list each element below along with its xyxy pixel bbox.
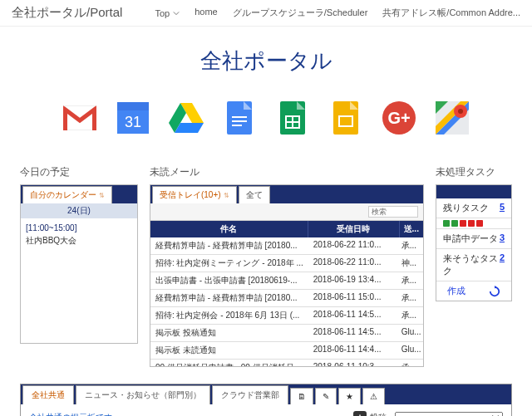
mail-row[interactable]: 掲示板 投稿通知2018-06-11 14:5...Glu...: [150, 325, 423, 342]
event-title: 社内BBQ大会: [26, 236, 76, 245]
board-tab-cloud[interactable]: クラウド営業部: [212, 385, 288, 404]
mail-row[interactable]: 経費精算申請 - 経費精算申請 [20180...2018-06-22 11:0…: [150, 237, 423, 255]
mail-from: 承...: [400, 272, 423, 289]
plus-icon[interactable]: +: [353, 411, 367, 416]
col-subject[interactable]: 件名: [150, 221, 308, 237]
mail-date: 2018-06-11 14:5...: [308, 325, 400, 341]
drive-icon[interactable]: [169, 100, 204, 135]
board-tab-edit-icon[interactable]: ✎: [315, 388, 337, 404]
app-launcher: 31 G+: [0, 100, 532, 135]
task-count[interactable]: 2: [500, 252, 505, 277]
mail-heading: 未読メール: [150, 165, 424, 179]
event-time: [11:00~15:00]: [26, 223, 76, 232]
nav-top[interactable]: Top: [155, 7, 180, 19]
board-panel: 全社共通 ニュース・お知らせ（部門別） クラウド営業部 🗎 ✎ ★ ⚠ 全社共通…: [20, 384, 512, 416]
tab-inbox[interactable]: 受信トレイ(10+)⇅: [152, 186, 237, 203]
sheets-icon[interactable]: [275, 100, 310, 135]
mail-search-bar: [150, 203, 423, 221]
mail-subject: 経費精算申請 - 経費精算申請 [20180...: [150, 237, 308, 254]
mail-from: 承...: [400, 237, 423, 254]
mail-date: 2018-06-19 13:4...: [308, 272, 400, 289]
mail-row[interactable]: 招待: 社内定例会 - 2018年 6月 13日 (...2018-06-11 …: [150, 307, 423, 325]
mail-subject: 出張申請書 - 出張申請書 [20180619-...: [150, 272, 308, 289]
mail-row[interactable]: 経費精算申請 - 経費精算申請 [20180...2018-06-11 15:0…: [150, 290, 423, 307]
refresh-icon[interactable]: [489, 286, 500, 297]
mail-row[interactable]: 招待: 社内定例ミーティング - 2018年 ...2018-06-22 11:…: [150, 255, 423, 272]
mail-subject: 掲示板 投稿通知: [150, 325, 308, 341]
mail-row[interactable]: 出張申請書 - 出張申請書 [20180619-...2018-06-19 13…: [150, 272, 423, 290]
event-item[interactable]: [11:00~15:00] 社内BBQ大会: [21, 218, 137, 343]
svg-rect-6: [232, 120, 247, 122]
task-panel: 残りタスク5 申請中データ3 来そうなタスク2 作成: [436, 184, 512, 301]
board-tabs: 全社共通 ニュース・お知らせ（部門別） クラウド営業部 🗎 ✎ ★ ⚠: [21, 384, 511, 404]
mail-from: Glu...: [400, 342, 423, 359]
mail-list: 経費精算申請 - 経費精算申請 [20180...2018-06-22 11:0…: [150, 237, 423, 366]
mail-from: 承...: [400, 290, 423, 306]
mail-from: 承...: [400, 360, 423, 366]
task-row: 来そうなタスク2: [436, 249, 511, 281]
svg-rect-7: [232, 125, 242, 126]
mail-row[interactable]: 掲示板 未読通知2018-06-11 14:4...Glu...: [150, 342, 423, 360]
google-plus-icon[interactable]: G+: [382, 100, 416, 135]
maps-icon[interactable]: [435, 100, 470, 135]
search-input[interactable]: [368, 206, 418, 218]
svg-text:G+: G+: [387, 109, 410, 127]
board-tab-star-icon[interactable]: ★: [338, 388, 361, 404]
nav-home[interactable]: home: [195, 7, 218, 19]
col-from[interactable]: 送...: [400, 221, 423, 237]
gmail-icon[interactable]: [62, 100, 97, 135]
status-dot: [443, 220, 450, 227]
task-row: 申請中データ3: [436, 229, 511, 249]
sort-icon: ⇅: [224, 192, 229, 199]
docs-icon[interactable]: [222, 100, 257, 135]
post-select[interactable]: [395, 412, 503, 417]
board-tab-all[interactable]: 全社共通: [22, 385, 74, 404]
board-text: 全社共通の掲示板です: [29, 412, 112, 416]
tab-all[interactable]: 全て: [239, 186, 270, 203]
calendar-date: 24(日): [21, 203, 137, 218]
mail-row[interactable]: 00.備品消耗品申請書 - 00.備品消耗品...2018-06-11 10:3…: [150, 360, 423, 366]
status-dot: [460, 220, 466, 227]
mail-panel: 受信トレイ(10+)⇅ 全て 件名 受信日時 送... 経費精算申請 - 経費精…: [150, 184, 424, 367]
top-nav: 全社ポータル/Portal Top home グループスケジューラ/Schedu…: [0, 0, 532, 27]
svg-rect-5: [232, 116, 247, 118]
task-count[interactable]: 5: [500, 202, 505, 214]
mail-subject: 00.備品消耗品申請書 - 00.備品消耗品...: [150, 360, 308, 366]
mail-from: 承...: [400, 307, 423, 324]
mail-subject: 招待: 社内定例会 - 2018年 6月 13日 (...: [150, 307, 308, 324]
board-tab-doc-icon[interactable]: 🗎: [290, 388, 313, 404]
board-tab-news[interactable]: ニュース・お知らせ（部門別）: [76, 385, 210, 404]
nav-scheduler[interactable]: グループスケジューラ/Scheduler: [233, 7, 368, 19]
task-count[interactable]: 3: [500, 232, 505, 245]
schedule-heading: 今日の予定: [20, 165, 138, 179]
mail-from: Glu...: [400, 325, 423, 341]
mail-date: 2018-06-22 11:0...: [308, 255, 400, 272]
svg-point-18: [458, 109, 463, 114]
board-tab-warn-icon[interactable]: ⚠: [362, 388, 385, 404]
status-dot: [451, 220, 458, 227]
mail-date: 2018-06-11 10:3...: [308, 360, 400, 366]
mail-subject: 経費精算申請 - 経費精算申請 [20180...: [150, 290, 308, 306]
mail-columns: 件名 受信日時 送...: [150, 221, 423, 237]
mail-subject: 掲示板 未読通知: [150, 342, 308, 359]
chevron-down-icon: [173, 10, 180, 17]
nav-addressbook[interactable]: 共有アドレス帳/Common Addre...: [382, 7, 520, 19]
tab-my-calendar[interactable]: 自分のカレンダー⇅: [22, 186, 112, 203]
slides-icon[interactable]: [328, 100, 363, 135]
col-date[interactable]: 受信日時: [308, 221, 400, 237]
mail-from: 神...: [400, 255, 423, 272]
calendar-icon[interactable]: 31: [116, 100, 150, 135]
create-link[interactable]: 作成: [447, 285, 466, 297]
site-title: 全社ポータル/Portal: [12, 5, 122, 21]
mail-date: 2018-06-22 11:0...: [308, 237, 400, 254]
page-title: 全社ポータル: [0, 46, 532, 76]
schedule-panel: 自分のカレンダー⇅ 24(日) [11:00~15:00] 社内BBQ大会: [20, 184, 138, 344]
task-dots: [436, 218, 511, 229]
status-dot: [468, 220, 475, 227]
tasks-heading: 未処理タスク: [436, 165, 512, 179]
board-body: 全社共通の掲示板です + 投稿: [21, 404, 511, 416]
status-dot: [476, 220, 483, 227]
post-label: 投稿: [370, 412, 387, 416]
mail-subject: 招待: 社内定例ミーティング - 2018年 ...: [150, 255, 308, 272]
post-control: + 投稿: [353, 411, 503, 416]
